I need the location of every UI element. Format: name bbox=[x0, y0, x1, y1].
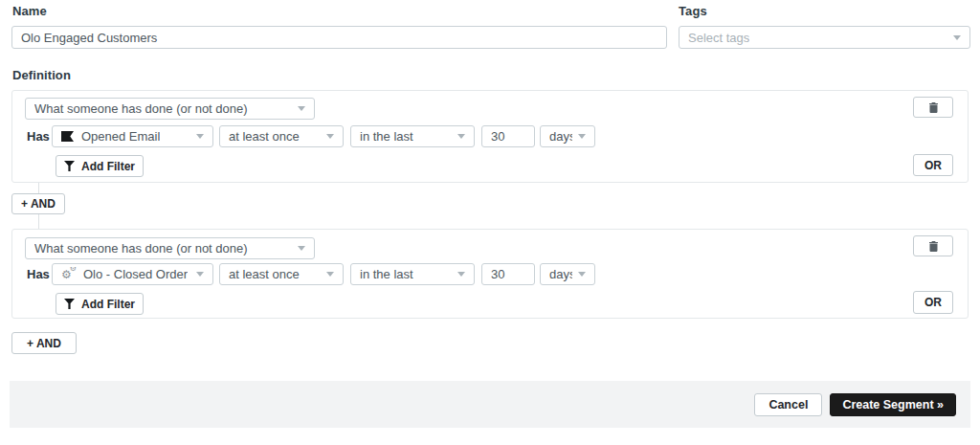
add-filter-button[interactable]: Add Filter bbox=[56, 155, 144, 177]
and-button-top[interactable]: + AND bbox=[11, 193, 65, 214]
condition-type-select[interactable]: What someone has done (or not done) bbox=[25, 98, 315, 120]
amount-input[interactable] bbox=[481, 263, 535, 285]
filter-funnel-icon bbox=[64, 299, 75, 309]
chevron-down-icon bbox=[298, 106, 305, 111]
chevron-down-icon bbox=[457, 272, 465, 277]
chevron-down-icon bbox=[326, 272, 334, 277]
filter-funnel-icon bbox=[64, 161, 75, 171]
condition-group-1: What someone has done (or not done) Has … bbox=[11, 90, 969, 183]
chevron-down-icon bbox=[953, 35, 961, 40]
condition-group-2: What someone has done (or not done) Has … bbox=[11, 229, 969, 319]
definition-label: Definition bbox=[12, 68, 71, 82]
amount-input[interactable] bbox=[481, 125, 535, 147]
chevron-down-icon bbox=[457, 134, 465, 139]
or-button[interactable]: OR bbox=[913, 291, 953, 314]
tags-placeholder: Select tags bbox=[688, 31, 749, 45]
frequency-select[interactable]: at least once bbox=[219, 125, 344, 147]
chevron-down-icon bbox=[298, 246, 305, 251]
chevron-down-icon bbox=[326, 134, 334, 139]
timeframe-select[interactable]: in the last bbox=[350, 263, 475, 285]
event-select[interactable]: ⚙⚙ Olo - Closed Order bbox=[52, 263, 213, 285]
chevron-down-icon bbox=[578, 134, 586, 139]
has-label: Has bbox=[27, 129, 50, 144]
chevron-down-icon bbox=[578, 272, 586, 277]
delete-condition-button[interactable] bbox=[913, 235, 953, 256]
chevron-down-icon bbox=[196, 134, 204, 139]
name-field-label: Name bbox=[12, 4, 47, 18]
tags-field-label: Tags bbox=[679, 4, 707, 18]
integration-gears-icon: ⚙⚙ bbox=[61, 268, 76, 281]
or-button[interactable]: OR bbox=[913, 154, 953, 176]
condition-type-select[interactable]: What someone has done (or not done) bbox=[25, 237, 315, 259]
has-label: Has bbox=[27, 267, 50, 281]
segment-name-input[interactable] bbox=[11, 26, 667, 49]
trash-icon bbox=[929, 241, 938, 252]
and-button-bottom[interactable]: + AND bbox=[11, 332, 77, 354]
frequency-select[interactable]: at least once bbox=[219, 263, 344, 285]
timeframe-select[interactable]: in the last bbox=[350, 125, 475, 147]
unit-select[interactable]: days bbox=[540, 263, 595, 285]
create-segment-button[interactable]: Create Segment » bbox=[830, 393, 956, 416]
delete-condition-button[interactable] bbox=[913, 97, 953, 118]
add-filter-button[interactable]: Add Filter bbox=[56, 293, 144, 315]
cancel-button[interactable]: Cancel bbox=[754, 393, 822, 416]
chevron-down-icon bbox=[196, 272, 204, 277]
klaviyo-flag-icon bbox=[61, 131, 74, 142]
unit-select[interactable]: days bbox=[540, 125, 595, 147]
footer-action-bar: Cancel Create Segment » bbox=[10, 381, 970, 428]
tags-select[interactable]: Select tags bbox=[679, 26, 970, 49]
trash-icon bbox=[929, 102, 938, 113]
event-select[interactable]: Opened Email bbox=[52, 125, 213, 147]
